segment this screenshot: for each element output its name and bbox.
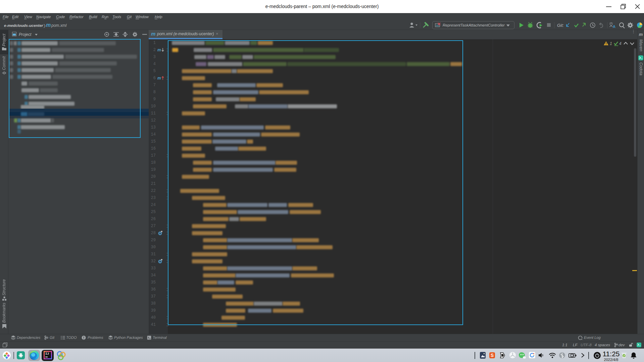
svg-text:1: 1 (610, 41, 612, 46)
svg-text:A: A (613, 24, 615, 29)
svg-text:Git:: Git: (557, 23, 564, 28)
svg-text:4: 4 (619, 41, 622, 46)
